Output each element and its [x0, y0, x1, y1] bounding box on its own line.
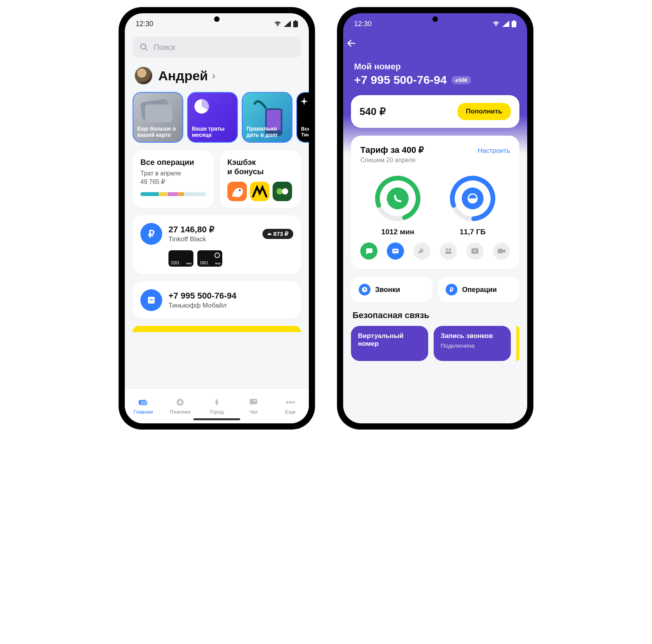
svg-point-17 — [179, 401, 182, 404]
svg-rect-22 — [292, 401, 295, 403]
tariff-configure-link[interactable]: Настроить — [478, 147, 510, 155]
header-block: Мой номер +7 995 500-76-94 eSIM — [343, 50, 527, 95]
mini-card-1[interactable]: 2201 мир — [168, 250, 193, 267]
music-icon[interactable] — [413, 242, 431, 260]
gauges-row: 1012 мин 11,7 ГБ — [360, 173, 510, 236]
badge-amount: 873 ₽ — [273, 230, 289, 237]
home-indicator[interactable] — [193, 418, 240, 420]
yellow-card-peek[interactable] — [133, 326, 301, 332]
ops-label: Операции — [462, 286, 497, 294]
safety-card-title: Виртуальный номер — [358, 332, 421, 348]
calls-card[interactable]: Звонки — [351, 277, 432, 303]
cashback-card[interactable]: Кэшбэк и бонусы — [220, 150, 301, 208]
svg-point-9 — [239, 189, 241, 191]
nav-payments[interactable]: Платежи — [161, 389, 198, 423]
yellow-card-edge[interactable] — [516, 326, 519, 361]
operations-card[interactable]: Все операции Трат в апреле 49 765 ₽ — [133, 150, 214, 208]
profile-name: Андрей — [158, 68, 208, 83]
card-title: Кэшбэк и бонусы — [227, 157, 293, 176]
svg-point-35 — [449, 248, 451, 251]
nav-chat[interactable]: Чат — [235, 389, 272, 423]
cashback-badge[interactable]: 873 ₽ — [262, 229, 293, 239]
actions-row: Звонки ₽ Операции — [351, 277, 519, 303]
virtual-number-card[interactable]: Виртуальный номер — [351, 326, 428, 361]
story-card-info[interactable]: Еще больше о вашей карте — [133, 92, 183, 143]
crown-icon — [267, 232, 272, 236]
ruble-small-icon: ₽ — [446, 284, 457, 295]
svg-point-27 — [387, 188, 409, 209]
sparkle-icon — [300, 97, 308, 105]
social-icon[interactable] — [440, 242, 457, 260]
svg-rect-1 — [295, 20, 296, 21]
search-bar[interactable]: Поиск — [133, 37, 301, 58]
chat-icon — [248, 397, 259, 407]
story-label: Еще больше о вашей карте — [137, 126, 179, 138]
avatar[interactable] — [134, 66, 153, 85]
tariff-title: Тариф за 400 ₽ — [360, 145, 424, 155]
sms-icon[interactable] — [360, 242, 377, 260]
camera-icon[interactable] — [493, 242, 510, 260]
header-number-row: +7 995 500-76-94 eSIM — [354, 73, 516, 87]
nav-more[interactable]: Еще — [272, 389, 309, 423]
spending-bar — [140, 192, 206, 196]
nav-label: Главная — [133, 409, 152, 415]
nav-home[interactable]: Главная — [125, 389, 161, 423]
svg-point-10 — [276, 188, 283, 195]
dodo-icon — [227, 182, 247, 201]
stories-row[interactable]: Еще больше о вашей карте Ваши траты меся… — [133, 92, 301, 143]
cloud-icon — [214, 253, 220, 258]
story-loan[interactable]: Правильно дать в долг — [242, 92, 292, 143]
svg-rect-15 — [140, 401, 147, 405]
call-recording-card[interactable]: Запись звонков Подключена — [434, 326, 511, 361]
account-balance: 27 146,80 ₽ — [168, 225, 256, 235]
mobile-number: +7 995 500-76-94 — [168, 291, 293, 301]
story-label: Правильно дать в долг — [246, 126, 288, 138]
screen-home: 12:30 Поиск Андрей › Еще больше о вашей — [125, 13, 309, 423]
card-title: Все операции — [140, 157, 206, 167]
mir-logo-icon: мир — [215, 262, 221, 265]
data-gauge[interactable]: 11,7 ГБ — [447, 173, 498, 236]
mini-card-2[interactable]: 1801 мир — [197, 250, 222, 267]
story-universe[interactable]: Всел Тинь — [296, 92, 309, 143]
perekrestok-icon — [273, 182, 292, 201]
svg-rect-36 — [445, 251, 452, 254]
nav-label: Платежи — [170, 409, 190, 415]
svg-point-11 — [282, 188, 288, 195]
svg-rect-18 — [250, 399, 257, 404]
tariff-card[interactable]: Тариф за 400 ₽ Настроить Спишем 20 апрел… — [351, 136, 519, 269]
story-spending[interactable]: Ваши траты месяца — [187, 92, 238, 143]
mobile-name: Тинькофф Мобайл — [168, 302, 293, 310]
minutes-gauge[interactable]: 1012 мин — [372, 173, 423, 236]
gauge-minutes-icon — [372, 173, 423, 224]
account-card[interactable]: ₽ 27 146,80 ₽ Tinkoff Black 873 ₽ 2201 м… — [133, 215, 301, 274]
card-last4: 1801 — [200, 261, 208, 265]
ops-card[interactable]: ₽ Операции — [438, 277, 519, 303]
safety-cards: Виртуальный номер Запись звонков Подключ… — [351, 326, 519, 361]
topup-button[interactable]: Пополнить — [457, 103, 511, 120]
status-icons — [274, 20, 298, 27]
sim-icon — [140, 289, 162, 311]
svg-rect-24 — [513, 20, 515, 21]
pie-icon — [193, 97, 211, 115]
mvideo-icon — [250, 182, 269, 201]
mobile-card[interactable]: +7 995 500-76-94 Тинькофф Мобайл — [133, 281, 301, 319]
video-icon[interactable] — [466, 242, 484, 260]
svg-rect-13 — [150, 299, 153, 300]
mobile-texts: +7 995 500-76-94 Тинькофф Мобайл — [168, 291, 293, 310]
more-icon — [285, 397, 296, 407]
mir-logo-icon: мир — [186, 262, 192, 265]
ops-sub2: 49 765 ₽ — [140, 178, 206, 186]
header-label: Мой номер — [354, 62, 516, 72]
search-placeholder: Поиск — [154, 43, 175, 52]
svg-rect-5 — [145, 104, 172, 122]
status-icons — [492, 20, 516, 27]
mobile-row: +7 995 500-76-94 Тинькофф Мобайл — [140, 289, 293, 311]
signal-icon — [284, 21, 291, 27]
back-button[interactable] — [343, 34, 527, 50]
messenger-icon[interactable] — [387, 242, 404, 260]
svg-rect-0 — [293, 21, 298, 27]
card-last4: 2201 — [171, 261, 179, 265]
svg-rect-21 — [289, 401, 292, 403]
profile-row[interactable]: Андрей › — [134, 66, 299, 85]
status-time: 12:30 — [354, 20, 372, 28]
